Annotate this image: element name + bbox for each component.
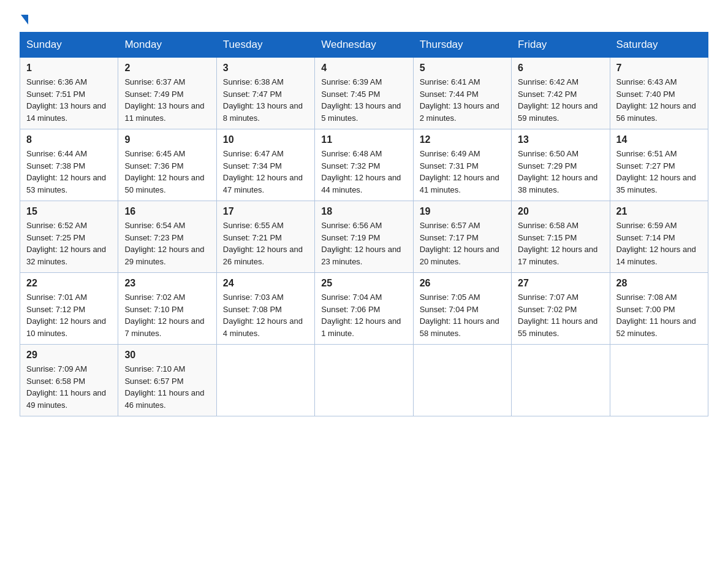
- calendar-cell: [512, 345, 610, 416]
- day-info: Sunrise: 6:48 AMSunset: 7:32 PMDaylight:…: [321, 148, 406, 196]
- day-number: 16: [124, 206, 210, 217]
- calendar-cell: 20Sunrise: 6:58 AMSunset: 7:15 PMDayligh…: [512, 201, 610, 273]
- weekday-header-friday: Friday: [512, 33, 610, 58]
- page-header: [20, 15, 708, 22]
- day-info: Sunrise: 6:38 AMSunset: 7:47 PMDaylight:…: [223, 76, 308, 124]
- day-number: 14: [616, 134, 702, 145]
- calendar-cell: 16Sunrise: 6:54 AMSunset: 7:23 PMDayligh…: [118, 201, 216, 273]
- day-number: 15: [26, 206, 112, 217]
- day-number: 10: [223, 134, 308, 145]
- day-info: Sunrise: 6:39 AMSunset: 7:45 PMDaylight:…: [321, 76, 406, 124]
- day-info: Sunrise: 6:54 AMSunset: 7:23 PMDaylight:…: [124, 220, 210, 267]
- day-info: Sunrise: 6:57 AMSunset: 7:17 PMDaylight:…: [420, 220, 505, 267]
- calendar-cell: 30Sunrise: 7:10 AMSunset: 6:57 PMDayligh…: [118, 345, 216, 416]
- calendar-cell: 1Sunrise: 6:36 AMSunset: 7:51 PMDaylight…: [20, 58, 118, 129]
- day-info: Sunrise: 7:08 AMSunset: 7:00 PMDaylight:…: [616, 291, 702, 339]
- calendar-cell: 5Sunrise: 6:41 AMSunset: 7:44 PMDaylight…: [413, 58, 511, 129]
- day-number: 13: [518, 134, 603, 145]
- day-info: Sunrise: 6:51 AMSunset: 7:27 PMDaylight:…: [616, 148, 702, 196]
- day-number: 2: [124, 63, 210, 74]
- calendar-cell: 22Sunrise: 7:01 AMSunset: 7:12 PMDayligh…: [20, 273, 118, 345]
- day-number: 30: [124, 350, 210, 361]
- calendar-week-row: 29Sunrise: 7:09 AMSunset: 6:58 PMDayligh…: [20, 345, 708, 416]
- weekday-header-saturday: Saturday: [610, 33, 708, 58]
- day-info: Sunrise: 6:59 AMSunset: 7:14 PMDaylight:…: [616, 220, 702, 267]
- day-number: 26: [420, 278, 505, 289]
- calendar-week-row: 22Sunrise: 7:01 AMSunset: 7:12 PMDayligh…: [20, 273, 708, 345]
- day-info: Sunrise: 7:03 AMSunset: 7:08 PMDaylight:…: [223, 291, 308, 339]
- day-info: Sunrise: 6:56 AMSunset: 7:19 PMDaylight:…: [321, 220, 406, 267]
- day-number: 29: [26, 350, 112, 361]
- calendar-cell: 13Sunrise: 6:50 AMSunset: 7:29 PMDayligh…: [512, 129, 610, 201]
- day-info: Sunrise: 7:04 AMSunset: 7:06 PMDaylight:…: [321, 291, 406, 339]
- day-number: 20: [518, 206, 603, 217]
- calendar-cell: 4Sunrise: 6:39 AMSunset: 7:45 PMDaylight…: [315, 58, 413, 129]
- day-info: Sunrise: 6:55 AMSunset: 7:21 PMDaylight:…: [223, 220, 308, 267]
- day-info: Sunrise: 6:47 AMSunset: 7:34 PMDaylight:…: [223, 148, 308, 196]
- day-info: Sunrise: 6:37 AMSunset: 7:49 PMDaylight:…: [124, 76, 210, 124]
- logo-arrow-icon: [21, 15, 28, 25]
- calendar-cell: 12Sunrise: 6:49 AMSunset: 7:31 PMDayligh…: [413, 129, 511, 201]
- day-number: 5: [420, 63, 505, 74]
- day-number: 1: [26, 63, 112, 74]
- day-info: Sunrise: 6:49 AMSunset: 7:31 PMDaylight:…: [420, 148, 505, 196]
- calendar-cell: 2Sunrise: 6:37 AMSunset: 7:49 PMDaylight…: [118, 58, 216, 129]
- weekday-header-sunday: Sunday: [20, 33, 118, 58]
- day-number: 8: [26, 134, 112, 145]
- calendar-cell: 24Sunrise: 7:03 AMSunset: 7:08 PMDayligh…: [216, 273, 314, 345]
- day-number: 25: [321, 278, 406, 289]
- calendar-cell: [315, 345, 413, 416]
- day-number: 19: [420, 206, 505, 217]
- calendar-cell: 9Sunrise: 6:45 AMSunset: 7:36 PMDaylight…: [118, 129, 216, 201]
- day-info: Sunrise: 6:52 AMSunset: 7:25 PMDaylight:…: [26, 220, 112, 267]
- day-number: 17: [223, 206, 308, 217]
- calendar-cell: [413, 345, 511, 416]
- calendar-week-row: 8Sunrise: 6:44 AMSunset: 7:38 PMDaylight…: [20, 129, 708, 201]
- day-info: Sunrise: 7:10 AMSunset: 6:57 PMDaylight:…: [124, 363, 210, 411]
- day-info: Sunrise: 6:42 AMSunset: 7:42 PMDaylight:…: [518, 76, 603, 124]
- calendar-cell: 19Sunrise: 6:57 AMSunset: 7:17 PMDayligh…: [413, 201, 511, 273]
- calendar-cell: 26Sunrise: 7:05 AMSunset: 7:04 PMDayligh…: [413, 273, 511, 345]
- weekday-header-row: SundayMondayTuesdayWednesdayThursdayFrid…: [20, 33, 708, 58]
- calendar-week-row: 1Sunrise: 6:36 AMSunset: 7:51 PMDaylight…: [20, 58, 708, 129]
- calendar-cell: 8Sunrise: 6:44 AMSunset: 7:38 PMDaylight…: [20, 129, 118, 201]
- calendar-table: SundayMondayTuesdayWednesdayThursdayFrid…: [20, 32, 708, 416]
- day-info: Sunrise: 6:41 AMSunset: 7:44 PMDaylight:…: [420, 76, 505, 124]
- calendar-cell: 28Sunrise: 7:08 AMSunset: 7:00 PMDayligh…: [610, 273, 708, 345]
- calendar-cell: 10Sunrise: 6:47 AMSunset: 7:34 PMDayligh…: [216, 129, 314, 201]
- calendar-cell: [610, 345, 708, 416]
- day-info: Sunrise: 7:05 AMSunset: 7:04 PMDaylight:…: [420, 291, 505, 339]
- day-number: 24: [223, 278, 308, 289]
- calendar-cell: 21Sunrise: 6:59 AMSunset: 7:14 PMDayligh…: [610, 201, 708, 273]
- day-number: 18: [321, 206, 406, 217]
- day-number: 3: [223, 63, 308, 74]
- calendar-cell: 25Sunrise: 7:04 AMSunset: 7:06 PMDayligh…: [315, 273, 413, 345]
- day-info: Sunrise: 6:43 AMSunset: 7:40 PMDaylight:…: [616, 76, 702, 124]
- calendar-cell: 23Sunrise: 7:02 AMSunset: 7:10 PMDayligh…: [118, 273, 216, 345]
- day-info: Sunrise: 6:36 AMSunset: 7:51 PMDaylight:…: [26, 76, 112, 124]
- day-number: 9: [124, 134, 210, 145]
- calendar-cell: 7Sunrise: 6:43 AMSunset: 7:40 PMDaylight…: [610, 58, 708, 129]
- day-number: 22: [26, 278, 112, 289]
- day-info: Sunrise: 6:50 AMSunset: 7:29 PMDaylight:…: [518, 148, 603, 196]
- day-number: 28: [616, 278, 702, 289]
- day-info: Sunrise: 6:44 AMSunset: 7:38 PMDaylight:…: [26, 148, 112, 196]
- weekday-header-tuesday: Tuesday: [216, 33, 314, 58]
- calendar-cell: 15Sunrise: 6:52 AMSunset: 7:25 PMDayligh…: [20, 201, 118, 273]
- day-info: Sunrise: 6:45 AMSunset: 7:36 PMDaylight:…: [124, 148, 210, 196]
- calendar-cell: [216, 345, 314, 416]
- calendar-cell: 11Sunrise: 6:48 AMSunset: 7:32 PMDayligh…: [315, 129, 413, 201]
- weekday-header-wednesday: Wednesday: [315, 33, 413, 58]
- calendar-cell: 14Sunrise: 6:51 AMSunset: 7:27 PMDayligh…: [610, 129, 708, 201]
- weekday-header-monday: Monday: [118, 33, 216, 58]
- calendar-cell: 6Sunrise: 6:42 AMSunset: 7:42 PMDaylight…: [512, 58, 610, 129]
- day-info: Sunrise: 7:01 AMSunset: 7:12 PMDaylight:…: [26, 291, 112, 339]
- day-number: 7: [616, 63, 702, 74]
- day-info: Sunrise: 7:09 AMSunset: 6:58 PMDaylight:…: [26, 363, 112, 411]
- day-info: Sunrise: 7:02 AMSunset: 7:10 PMDaylight:…: [124, 291, 210, 339]
- day-info: Sunrise: 6:58 AMSunset: 7:15 PMDaylight:…: [518, 220, 603, 267]
- calendar-cell: 3Sunrise: 6:38 AMSunset: 7:47 PMDaylight…: [216, 58, 314, 129]
- calendar-cell: 29Sunrise: 7:09 AMSunset: 6:58 PMDayligh…: [20, 345, 118, 416]
- weekday-header-thursday: Thursday: [413, 33, 511, 58]
- day-number: 4: [321, 63, 406, 74]
